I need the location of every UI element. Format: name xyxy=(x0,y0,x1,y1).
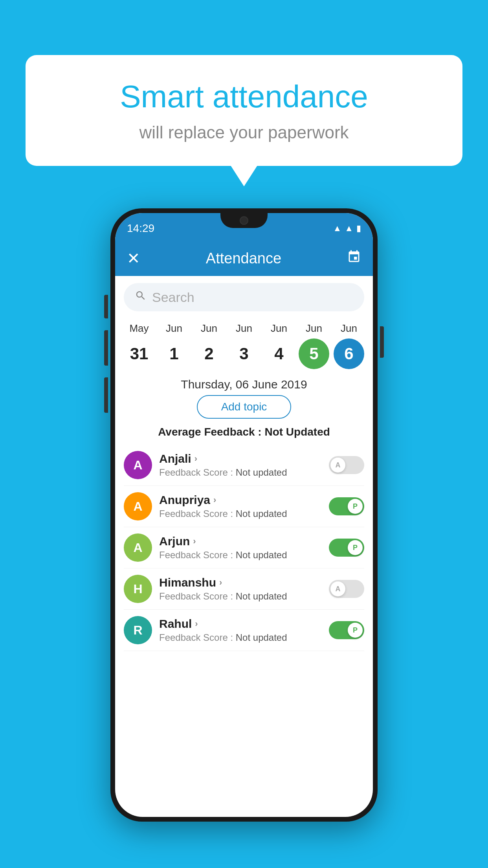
speech-bubble-container: Smart attendance will replace your paper… xyxy=(26,55,462,166)
student-item[interactable]: HHimanshu ›Feedback Score : Not updatedA xyxy=(124,568,364,610)
toggle-knob: P xyxy=(348,623,363,638)
add-topic-button[interactable]: Add topic xyxy=(197,395,291,419)
student-info: Rahul ›Feedback Score : Not updated xyxy=(159,617,322,643)
student-name: Anupriya › xyxy=(159,493,322,507)
student-avatar: H xyxy=(124,575,152,603)
selected-date-label: Thursday, 06 June 2019 xyxy=(115,378,373,391)
toggle-knob: A xyxy=(330,581,345,596)
attendance-toggle[interactable]: P xyxy=(329,621,364,639)
student-feedback: Feedback Score : Not updated xyxy=(159,632,322,643)
calendar-day[interactable]: Jun2 xyxy=(194,322,224,369)
calendar-month-label: May xyxy=(129,322,149,335)
average-feedback: Average Feedback : Not Updated xyxy=(115,426,373,438)
calendar-month-label: Jun xyxy=(341,322,357,335)
student-avatar: R xyxy=(124,616,152,644)
close-button[interactable]: ✕ xyxy=(127,249,140,267)
search-bar[interactable]: Search xyxy=(124,283,364,311)
phone-screen: 14:29 ▲ ▲ ▮ ✕ Attendance xyxy=(115,213,373,817)
calendar-month-label: Jun xyxy=(306,322,322,335)
power-button xyxy=(380,326,384,358)
wifi-icon: ▲ xyxy=(333,223,341,234)
attendance-toggle[interactable]: P xyxy=(329,539,364,557)
status-icons: ▲ ▲ ▮ xyxy=(333,223,361,234)
calendar-month-label: Jun xyxy=(271,322,287,335)
calendar-month-label: Jun xyxy=(166,322,182,335)
front-camera xyxy=(240,216,248,225)
speech-subtitle: will replace your paperwork xyxy=(57,123,431,142)
student-item[interactable]: AAnjali ›Feedback Score : Not updatedA xyxy=(124,445,364,486)
calendar-date[interactable]: 2 xyxy=(194,338,224,369)
power-button-side xyxy=(104,377,108,413)
battery-icon: ▮ xyxy=(356,223,361,234)
calendar-date[interactable]: 31 xyxy=(124,338,154,369)
student-item[interactable]: RRahul ›Feedback Score : Not updatedP xyxy=(124,610,364,651)
phone-notch xyxy=(220,213,268,228)
calendar-date[interactable]: 1 xyxy=(159,338,189,369)
student-feedback: Feedback Score : Not updated xyxy=(159,550,322,561)
search-icon xyxy=(135,290,147,305)
attendance-toggle[interactable]: P xyxy=(329,497,364,515)
feedback-value: Not updated xyxy=(236,591,287,601)
volume-down-button xyxy=(104,330,108,366)
average-feedback-label: Average Feedback : xyxy=(158,426,262,438)
calendar-day[interactable]: Jun1 xyxy=(159,322,189,369)
student-list: AAnjali ›Feedback Score : Not updatedAAA… xyxy=(115,445,373,651)
chevron-icon: › xyxy=(213,495,216,505)
calendar-month-label: Jun xyxy=(236,322,252,335)
calendar-day[interactable]: Jun5 xyxy=(299,322,329,369)
calendar-day[interactable]: Jun4 xyxy=(264,322,294,369)
phone-frame: 14:29 ▲ ▲ ▮ ✕ Attendance xyxy=(110,208,378,822)
calendar-date[interactable]: 3 xyxy=(229,338,259,369)
calendar-date[interactable]: 4 xyxy=(264,338,294,369)
feedback-value: Not updated xyxy=(236,508,287,519)
speech-title: Smart attendance xyxy=(57,79,431,115)
calendar-date[interactable]: 5 xyxy=(299,338,329,369)
average-feedback-value: Not Updated xyxy=(264,426,330,438)
calendar-strip: May31Jun1Jun2Jun3Jun4Jun5Jun6 xyxy=(115,318,373,373)
student-name: Arjun › xyxy=(159,535,322,548)
student-info: Anupriya ›Feedback Score : Not updated xyxy=(159,493,322,519)
volume-up-button xyxy=(104,295,108,318)
student-avatar: A xyxy=(124,492,152,520)
student-avatar: A xyxy=(124,451,152,479)
student-info: Arjun ›Feedback Score : Not updated xyxy=(159,535,322,561)
student-avatar: A xyxy=(124,533,152,562)
app-header: ✕ Attendance xyxy=(115,241,373,276)
student-name: Anjali › xyxy=(159,452,322,465)
student-name: Rahul › xyxy=(159,617,322,631)
calendar-day[interactable]: Jun6 xyxy=(334,322,364,369)
calendar-day[interactable]: May31 xyxy=(124,322,154,369)
student-item[interactable]: AArjun ›Feedback Score : Not updatedP xyxy=(124,527,364,568)
feedback-value: Not updated xyxy=(236,550,287,560)
chevron-icon: › xyxy=(219,577,222,588)
student-feedback: Feedback Score : Not updated xyxy=(159,508,322,519)
student-info: Himanshu ›Feedback Score : Not updated xyxy=(159,576,322,602)
student-info: Anjali ›Feedback Score : Not updated xyxy=(159,452,322,478)
calendar-month-label: Jun xyxy=(201,322,217,335)
calendar-day[interactable]: Jun3 xyxy=(229,322,259,369)
page-title: Attendance xyxy=(206,250,281,267)
toggle-knob: A xyxy=(330,458,345,473)
feedback-value: Not updated xyxy=(236,467,287,478)
feedback-value: Not updated xyxy=(236,632,287,643)
attendance-toggle[interactable]: A xyxy=(329,456,364,474)
chevron-icon: › xyxy=(194,454,197,464)
speech-bubble: Smart attendance will replace your paper… xyxy=(26,55,462,166)
student-name: Himanshu › xyxy=(159,576,322,589)
calendar-icon[interactable] xyxy=(347,250,361,267)
student-item[interactable]: AAnupriya ›Feedback Score : Not updatedP xyxy=(124,486,364,527)
chevron-icon: › xyxy=(195,619,198,629)
app-content: Search May31Jun1Jun2Jun3Jun4Jun5Jun6 Thu… xyxy=(115,276,373,817)
attendance-toggle[interactable]: A xyxy=(329,580,364,598)
status-time: 14:29 xyxy=(127,222,154,235)
student-feedback: Feedback Score : Not updated xyxy=(159,467,322,478)
search-input[interactable]: Search xyxy=(152,290,194,305)
calendar-date[interactable]: 6 xyxy=(334,338,364,369)
toggle-knob: P xyxy=(348,499,363,514)
toggle-knob: P xyxy=(348,540,363,555)
signal-icon: ▲ xyxy=(345,223,353,234)
chevron-icon: › xyxy=(193,536,196,546)
student-feedback: Feedback Score : Not updated xyxy=(159,591,322,602)
